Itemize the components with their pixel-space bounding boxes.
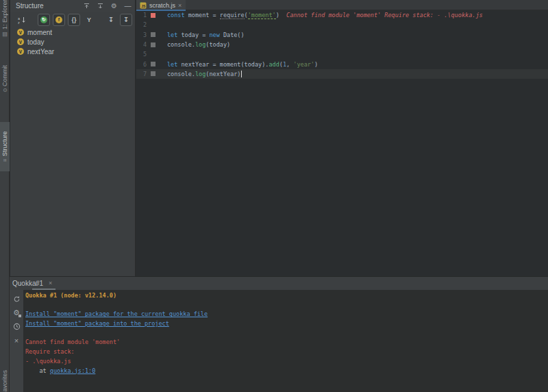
console-line: Cannot find module 'moment' <box>25 339 548 348</box>
code-line-7[interactable]: 7console.log(nextYear) <box>136 69 548 79</box>
hide-panel-icon[interactable]: — <box>123 1 132 10</box>
structure-icon: ≡ <box>2 158 8 162</box>
show-inherited-icon[interactable]: ↻ <box>38 14 50 26</box>
code-line-4[interactable]: 4console.log(today) <box>136 40 548 49</box>
editor-area: JS scratch.js × 1const moment = require(… <box>136 0 548 276</box>
explorer-icon: ▤ <box>2 32 8 38</box>
expand-all-icon[interactable] <box>96 1 105 10</box>
code-line-3[interactable]: 3let today = new Date() <box>136 30 548 40</box>
coverage-marker-red <box>151 13 155 18</box>
console-text-header: Quokka #1 (node: v12.14.0) <box>25 292 116 299</box>
token-pl: ) <box>314 61 318 68</box>
quokka-tab-1[interactable]: #1 <box>36 280 43 287</box>
coverage-marker-gray <box>151 32 155 37</box>
console-line: at quokka.js:1:0 <box>25 367 548 377</box>
token-pl: moment = <box>185 12 220 19</box>
console-link[interactable]: quokka.js:1:0 <box>50 367 96 374</box>
stripe-item-label: 1: Explorer <box>1 0 8 29</box>
filter-icon[interactable]: Y <box>83 14 95 26</box>
tab-close-icon[interactable]: × <box>178 2 182 9</box>
token-pl: console. <box>167 41 195 48</box>
line-number: 4 <box>136 41 147 48</box>
code-line-1[interactable]: 1const moment = require('moment') Cannot… <box>136 10 548 20</box>
editor-tab-bar: JS scratch.js × <box>136 0 548 10</box>
close-icon[interactable]: × <box>12 336 21 345</box>
token-err: Cannot find module 'moment' Require stac… <box>279 12 483 19</box>
stripe-item-label: Favorites <box>1 370 8 392</box>
quokka-settings-icon[interactable]: ⚙ <box>12 308 21 317</box>
coverage-marker-gray <box>151 62 155 66</box>
token-pl: (today) <box>206 41 230 48</box>
token-str: 'year' <box>293 61 314 68</box>
token-kw: let <box>167 61 177 68</box>
quokka-panel-header: Quokka: #1 × <box>10 277 548 290</box>
token-mth: log <box>195 71 206 77</box>
structure-tree: vmomentvtodayvnextYear <box>10 27 135 56</box>
tab-scratch-js[interactable]: JS scratch.js × <box>136 0 186 10</box>
console-line <box>25 302 548 311</box>
line-number: 2 <box>136 21 147 28</box>
settings-gear-icon[interactable]: ⚙ <box>110 1 119 10</box>
code-text: const moment = require('moment') Cannot … <box>167 12 483 19</box>
console-text-error: - .\quokka.js <box>25 358 71 365</box>
structure-toolbar: az ↻ f {} Y ↧ ↧ <box>10 12 135 27</box>
quokka-toolbar: ⚙ × <box>10 290 23 392</box>
token-strm: 'moment' <box>248 12 276 19</box>
structure-title: Structure <box>16 2 44 10</box>
console-link[interactable]: Install "moment" package for the current… <box>25 310 208 317</box>
editor-lines[interactable]: 1const moment = require('moment') Cannot… <box>136 10 548 79</box>
code-line-6[interactable]: 6let nextYear = moment(today).add(1, 'ye… <box>136 59 548 69</box>
stripe-item-label: Commit <box>1 65 8 86</box>
structure-item-label: nextYear <box>27 48 54 56</box>
quokka-tab-close-icon[interactable]: × <box>49 280 52 286</box>
console-line: Quokka #1 (node: v12.14.0) <box>25 292 548 302</box>
scratch-file-icon: JS <box>140 2 147 9</box>
svg-text:JS: JS <box>141 4 146 8</box>
rerun-icon[interactable] <box>12 295 21 304</box>
stripe-item-favorites[interactable]: Favorites <box>0 363 10 392</box>
console-line: Install "moment" package into the projec… <box>25 320 548 330</box>
token-pl: today = <box>177 32 209 38</box>
stripe-item-label: Structure <box>1 132 8 157</box>
token-pl: console. <box>167 71 195 77</box>
structure-panel: Structure ⚙ — az ↻ f {} Y ↧ ↧ <box>10 0 136 276</box>
console-text-error: Require stack: <box>25 348 75 355</box>
variable-icon: v <box>17 29 24 36</box>
history-clock-icon[interactable] <box>12 322 21 331</box>
coverage-marker-gray <box>151 71 155 76</box>
structure-item-nextYear[interactable]: vnextYear <box>10 47 135 56</box>
token-pl: , <box>286 61 293 68</box>
structure-item-label: today <box>27 38 44 46</box>
console-line <box>25 330 548 339</box>
console-line: - .\quokka.js <box>25 358 548 367</box>
code-line-5[interactable]: 5 <box>136 49 548 59</box>
console-text-error: Cannot find module 'moment' <box>25 339 120 345</box>
code-line-2[interactable]: 2 <box>136 20 548 29</box>
structure-item-label: moment <box>27 29 52 36</box>
token-mth: log <box>195 41 206 48</box>
autoscroll-to-source-icon[interactable]: ↧ <box>105 14 117 26</box>
sort-alphabetically-icon[interactable]: az <box>16 14 28 26</box>
show-anonymous-classes-icon[interactable]: {} <box>68 14 80 26</box>
console-link[interactable]: Install "moment" package into the projec… <box>25 320 169 327</box>
quokka-panel: Quokka: #1 × ⚙ × Quokka #1 (node: v12.14… <box>10 276 548 392</box>
token-kw: const <box>167 12 185 19</box>
stripe-item-explorer[interactable]: ▤ 1: Explorer <box>0 0 10 42</box>
autoscroll-from-source-icon[interactable]: ↧ <box>120 14 132 26</box>
code-text: console.log(today) <box>167 41 230 48</box>
stripe-item-commit[interactable]: ⊙ Commit <box>0 60 10 97</box>
token-pl: nextYear = moment(today). <box>177 61 269 68</box>
commit-icon: ⊙ <box>2 88 8 93</box>
token-kw: new <box>209 32 219 38</box>
console-lines: Quokka #1 (node: v12.14.0) Install "mome… <box>23 290 548 392</box>
svg-text:z: z <box>18 20 20 24</box>
structure-header: Structure ⚙ — <box>10 0 135 12</box>
ide-window: ▤ 1: Explorer ⊙ Commit ≡ Structure Favor… <box>0 0 548 392</box>
show-fields-icon[interactable]: f <box>53 14 65 26</box>
stripe-item-structure[interactable]: ≡ Structure <box>0 122 10 171</box>
structure-item-moment[interactable]: vmoment <box>10 27 135 37</box>
collapse-all-icon[interactable] <box>82 1 91 10</box>
code-text: let nextYear = moment(today).add(1, 'yea… <box>167 61 318 68</box>
structure-item-today[interactable]: vtoday <box>10 37 135 47</box>
line-number: 1 <box>136 12 147 19</box>
